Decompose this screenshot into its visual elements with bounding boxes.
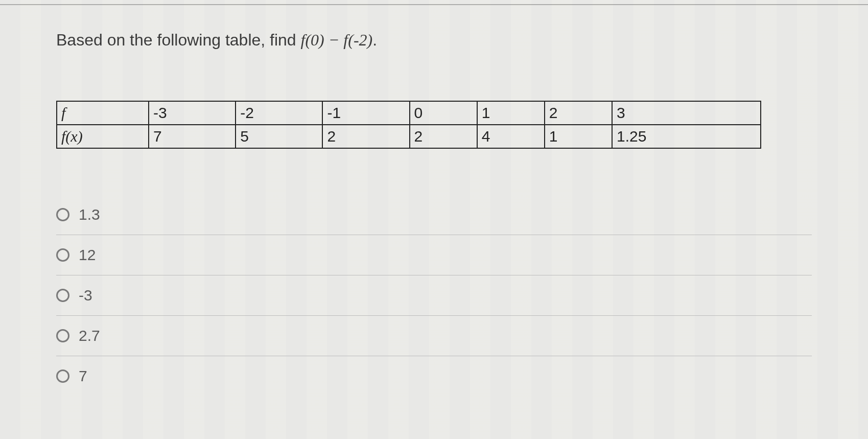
radio-icon — [56, 329, 69, 342]
radio-icon — [56, 248, 69, 262]
question-suffix: . — [372, 31, 377, 49]
table-row: f(x) 7 5 2 2 4 1 1.25 — [57, 125, 761, 148]
radio-icon — [56, 369, 69, 383]
table-cell: -1 — [322, 101, 409, 125]
table-cell: 1 — [545, 125, 612, 148]
table-cell: -3 — [149, 101, 236, 125]
option-label: 1.3 — [79, 206, 100, 223]
option-row[interactable]: -3 — [56, 275, 812, 316]
option-row[interactable]: 2.7 — [56, 316, 812, 356]
radio-icon — [56, 289, 69, 302]
option-row[interactable]: 12 — [56, 235, 812, 275]
table-cell: 2 — [545, 101, 612, 125]
table-cell: 3 — [612, 101, 761, 125]
table-cell: 5 — [236, 125, 322, 148]
row-label-f: f — [57, 101, 149, 125]
option-label: 2.7 — [79, 327, 100, 344]
option-label: 12 — [79, 246, 96, 264]
option-label: 7 — [79, 367, 87, 385]
option-row[interactable]: 7 — [56, 356, 812, 396]
row-label-fx: f(x) — [57, 125, 149, 148]
table-cell: 1.25 — [612, 125, 761, 148]
option-row[interactable]: 1.3 — [56, 195, 812, 235]
table-cell: 0 — [410, 101, 477, 125]
table-cell: -2 — [236, 101, 322, 125]
table-cell: 7 — [149, 125, 236, 148]
option-label: -3 — [79, 287, 92, 304]
table-cell: 1 — [477, 101, 545, 125]
table-cell: 4 — [477, 125, 545, 148]
table-row: f -3 -2 -1 0 1 2 3 — [57, 101, 761, 125]
table-cell: 2 — [322, 125, 409, 148]
question-container: Based on the following table, find f(0) … — [0, 0, 868, 396]
question-text: Based on the following table, find f(0) … — [56, 31, 812, 50]
function-table: f -3 -2 -1 0 1 2 3 f(x) 7 5 2 2 4 1 1.25 — [56, 101, 761, 149]
question-prefix: Based on the following table, find — [56, 31, 301, 49]
question-expression: f(0) − f(-2) — [301, 31, 373, 49]
options-list: 1.3 12 -3 2.7 7 — [56, 195, 812, 396]
table-cell: 2 — [410, 125, 477, 148]
radio-icon — [56, 208, 69, 221]
